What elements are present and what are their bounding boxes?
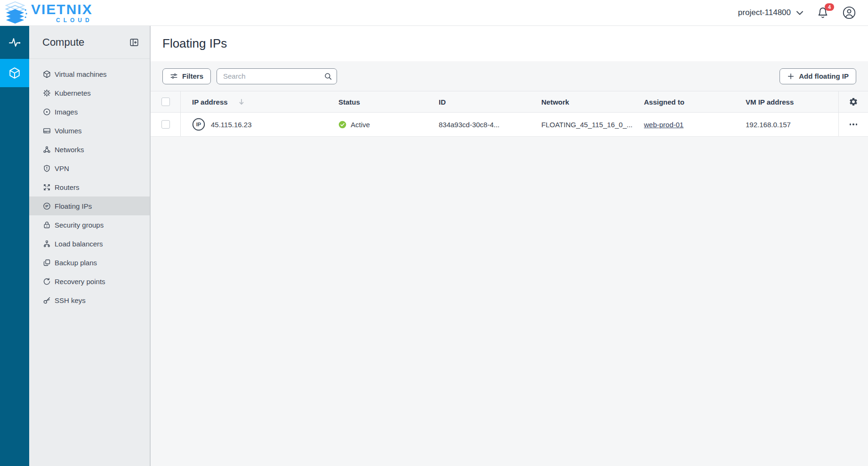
routers-icon bbox=[42, 183, 51, 191]
logo-title: VIETNIX bbox=[31, 2, 93, 16]
volumes-icon bbox=[42, 126, 51, 135]
column-header-status[interactable]: Status bbox=[327, 91, 427, 112]
add-floating-ip-button[interactable]: Add floating IP bbox=[780, 68, 856, 84]
filters-button[interactable]: Filters bbox=[162, 68, 211, 84]
images-icon bbox=[42, 107, 51, 116]
sidebar-item-volumes[interactable]: Volumes bbox=[29, 121, 150, 140]
search-icon bbox=[324, 72, 332, 81]
toolbar: Filters Add f bbox=[151, 61, 868, 91]
load-balancers-icon bbox=[42, 239, 51, 248]
vpn-shield-icon bbox=[42, 164, 51, 172]
status-active-icon bbox=[338, 121, 346, 129]
product-rail bbox=[0, 26, 29, 466]
page-title: Floating IPs bbox=[162, 36, 227, 51]
notification-count-badge: 4 bbox=[825, 3, 834, 11]
kubernetes-icon bbox=[42, 89, 51, 97]
row-checkbox[interactable] bbox=[161, 120, 170, 129]
chevron-down-icon bbox=[796, 11, 803, 15]
column-header-ip-address[interactable]: IP address bbox=[181, 91, 327, 112]
sidebar-item-kubernetes[interactable]: Kubernetes bbox=[29, 83, 150, 102]
ip-circle-icon: IP bbox=[192, 118, 205, 131]
column-header-assigned-to[interactable]: Assigned to bbox=[633, 91, 734, 112]
svg-text:IP: IP bbox=[196, 122, 201, 127]
row-assigned-to-link[interactable]: web-prod-01 bbox=[644, 121, 683, 129]
status-badge: Active bbox=[351, 121, 370, 129]
key-icon bbox=[42, 296, 51, 304]
rail-item-monitoring[interactable] bbox=[0, 26, 29, 59]
collapse-panel-icon[interactable] bbox=[129, 37, 139, 48]
sidebar-item-virtual-machines[interactable]: Virtual machines bbox=[29, 65, 150, 83]
vietnix-logo-icon bbox=[4, 1, 27, 25]
column-settings-button[interactable] bbox=[838, 91, 868, 112]
gear-icon bbox=[849, 97, 858, 106]
notifications-button[interactable]: 4 bbox=[817, 7, 828, 19]
project-selector[interactable]: project-114800 bbox=[738, 8, 803, 17]
activity-pulse-icon bbox=[8, 36, 21, 49]
sidebar-item-security-groups[interactable]: Security groups bbox=[29, 215, 150, 234]
svg-text:IP: IP bbox=[45, 204, 48, 208]
sidebar-item-load-balancers[interactable]: Load balancers bbox=[29, 234, 150, 253]
plus-icon bbox=[787, 73, 795, 80]
sidebar-item-networks[interactable]: Networks bbox=[29, 140, 150, 159]
row-ip-address: 45.115.16.23 bbox=[211, 121, 251, 129]
sort-descending-icon[interactable] bbox=[238, 98, 245, 106]
column-header-network[interactable]: Network bbox=[530, 91, 633, 112]
floating-ips-icon: IP bbox=[42, 202, 51, 210]
sidebar-item-floating-ips[interactable]: IP Floating IPs bbox=[29, 196, 150, 215]
cube-icon bbox=[8, 67, 21, 79]
filters-icon bbox=[170, 72, 178, 80]
floating-ips-table: IP address Status ID Network bbox=[151, 91, 868, 137]
user-avatar[interactable] bbox=[843, 6, 856, 19]
row-vm-ip-address: 192.168.0.157 bbox=[734, 113, 838, 136]
row-network: FLOATING_45_115_16_0_... bbox=[530, 113, 633, 136]
search-input[interactable] bbox=[217, 68, 337, 84]
networks-icon bbox=[42, 145, 51, 154]
project-name: project-114800 bbox=[738, 8, 791, 17]
lock-icon bbox=[42, 221, 51, 229]
recovery-points-icon bbox=[42, 277, 51, 286]
logo-subtitle: CLOUD bbox=[31, 17, 93, 23]
main-content: Floating IPs Filters bbox=[151, 26, 868, 466]
top-header: VIETNIX CLOUD project-114800 4 bbox=[0, 0, 868, 26]
table-row: IP 45.115.16.23 Active 834a93cd-30c8-4..… bbox=[151, 113, 868, 137]
cube-icon bbox=[42, 70, 51, 78]
rail-item-compute[interactable] bbox=[0, 59, 29, 87]
table-header-row: IP address Status ID Network bbox=[151, 91, 868, 113]
sidebar-title: Compute bbox=[42, 36, 84, 49]
sidebar-item-images[interactable]: Images bbox=[29, 102, 150, 121]
row-actions-menu-icon[interactable] bbox=[847, 121, 860, 128]
sidebar-item-backup-plans[interactable]: Backup plans bbox=[29, 253, 150, 272]
select-all-checkbox[interactable] bbox=[161, 98, 170, 106]
sidebar-item-routers[interactable]: Routers bbox=[29, 178, 150, 196]
column-header-vm-ip-address[interactable]: VM IP address bbox=[734, 91, 838, 112]
column-header-id[interactable]: ID bbox=[427, 91, 530, 112]
copy-icon bbox=[42, 258, 51, 267]
sidebar-item-recovery-points[interactable]: Recovery points bbox=[29, 272, 150, 291]
sidebar-menu: Virtual machines Kubernet bbox=[29, 59, 150, 310]
sidebar-item-vpn[interactable]: VPN bbox=[29, 159, 150, 178]
sidebar-compute: Compute Virtual machines bbox=[29, 26, 151, 466]
vietnix-logo: VIETNIX CLOUD bbox=[4, 1, 93, 25]
sidebar-item-ssh-keys[interactable]: SSH keys bbox=[29, 291, 150, 310]
row-id: 834a93cd-30c8-4... bbox=[427, 113, 530, 136]
